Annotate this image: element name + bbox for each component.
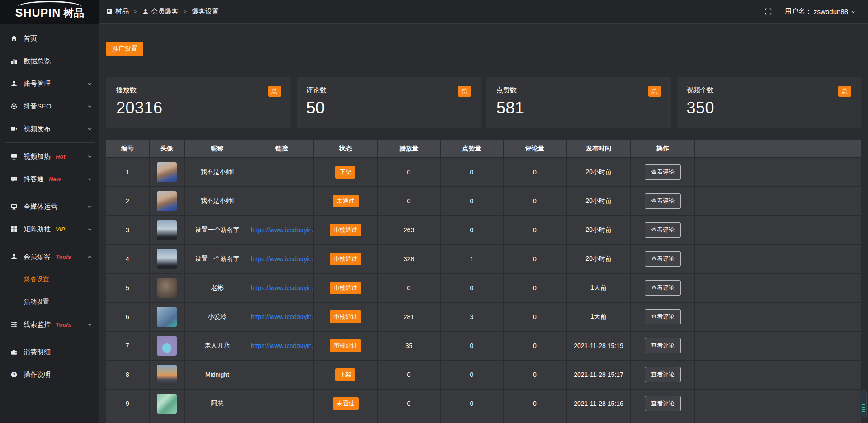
cell-avatar (149, 418, 184, 423)
promo-settings-button[interactable]: 推广设置 (106, 42, 143, 56)
cell-nickname: Midnight (184, 360, 250, 389)
view-comments-button[interactable]: 查看评论 (645, 251, 681, 267)
video-link[interactable]: https://www.iesdouyin.c (251, 313, 313, 320)
cell-nickname (184, 418, 250, 423)
sidebar-item-label: 全媒体运营 (24, 202, 57, 211)
view-comments-button[interactable]: 查看评论 (645, 309, 681, 324)
breadcrumb-separator: > (184, 8, 187, 15)
view-comments-button[interactable]: 查看评论 (645, 193, 681, 209)
chevron-down-icon (86, 103, 93, 110)
breadcrumb-item-shupin[interactable]: 树品 (106, 7, 129, 16)
view-comments-button[interactable]: 查看评论 (645, 367, 681, 382)
view-comments-button[interactable]: 查看评论 (645, 338, 681, 353)
total-badge: 总 (268, 86, 281, 97)
cell-likes: 0 (440, 216, 503, 244)
table-row: 8Midnight下架0002021-11-28 15:17查看评论 (106, 360, 861, 389)
bar-chart-icon (10, 57, 18, 65)
cell-nickname: 阿慧 (184, 389, 250, 418)
sidebar-item-matrix-boost[interactable]: 矩阵助推VIP (0, 218, 99, 240)
sidebar-item-operation-guide[interactable]: ?操作说明 (0, 363, 99, 386)
chevron-down-icon (86, 80, 93, 87)
status-badge[interactable]: 审核通过 (330, 224, 361, 236)
chat-icon (10, 175, 18, 183)
status-badge[interactable]: 审核通过 (330, 310, 361, 323)
view-comments-button[interactable]: 查看评论 (645, 164, 681, 180)
cell-filler (695, 158, 861, 187)
view-comments-button[interactable]: 查看评论 (645, 222, 681, 238)
cell-id: 1 (106, 158, 149, 187)
table-row: 3设置一个新名字https://www.iesdouyin.c审核通过26300… (106, 216, 861, 244)
cell-status: 未通过 (313, 187, 377, 216)
cell-likes: 0 (440, 273, 503, 302)
cell-nickname: 我不是小帅! (184, 187, 250, 216)
avatar (157, 394, 177, 414)
sidebar-item-video-heat[interactable]: 视频加热Hot (0, 145, 99, 168)
view-comments-button[interactable]: 查看评论 (645, 280, 681, 296)
sidebar-item-consume-detail[interactable]: 消费明细 (0, 341, 99, 363)
cell-filler (695, 302, 861, 331)
cell-time (566, 418, 631, 423)
sidebar-item-douyin-seo[interactable]: 抖音SEO (0, 95, 99, 118)
breadcrumb: 树品 > 会员爆客 > 爆客设置 (106, 7, 219, 16)
status-badge[interactable]: 审核通过 (330, 253, 361, 265)
cell-plays: 0 (377, 187, 440, 216)
sidebar-item-data-overview[interactable]: 数据总览 (0, 50, 99, 72)
stat-value: 350 (687, 99, 852, 118)
breadcrumb-label: 树品 (115, 7, 129, 16)
table-row: 1我不是小帅!下架00020小时前查看评论 (106, 158, 861, 187)
breadcrumb-item-member-baoke[interactable]: 会员爆客 (142, 7, 179, 16)
status-badge[interactable]: 下架 (335, 368, 355, 381)
cell-status: 审核通过 (313, 216, 377, 244)
stat-card-comments: 评论数 50 总 (297, 77, 481, 128)
sidebar-item-account-manage[interactable]: 账号管理 (0, 72, 99, 95)
sidebar-item-label: 抖客通 (24, 175, 44, 183)
table-body: 1我不是小帅!下架00020小时前查看评论2我不是小帅!未通过00020小时前查… (106, 158, 861, 423)
video-link[interactable]: https://www.iesdouyin.c (251, 226, 313, 234)
video-link[interactable]: https://www.iesdouyin.c (251, 342, 313, 349)
cell-action: 查看评论 (631, 302, 695, 331)
avatar (157, 307, 177, 327)
sidebar-item-member-baoke[interactable]: 会员爆客Tools (0, 245, 99, 268)
cell-link (250, 360, 313, 389)
cell-comments: 0 (503, 273, 566, 302)
column-header: 评论量 (503, 140, 566, 158)
cell-comments: 0 (503, 244, 566, 273)
cell-id: 6 (106, 302, 149, 331)
status-badge[interactable]: 未通过 (333, 195, 359, 207)
app-logo[interactable]: SHUPIN 树品 (0, 0, 99, 24)
column-header: 链接 (250, 140, 313, 158)
sidebar-item-clue-monitor[interactable]: 线索监控Tools (0, 313, 99, 336)
user-menu[interactable]: 用户名： zswodun88 (785, 7, 856, 16)
sidebar-item-video-publish[interactable]: 视频发布 (0, 118, 99, 140)
sidebar-item-media-operation[interactable]: 全媒体运营 (0, 195, 99, 218)
avatar (157, 220, 177, 240)
sidebar-item-label: 消费明细 (24, 348, 51, 357)
cell-time: 20小时前 (566, 216, 631, 244)
status-badge[interactable]: 下架 (335, 166, 355, 179)
fullscreen-icon[interactable] (764, 8, 772, 15)
sidebar-item-home[interactable]: 首页 (0, 27, 99, 50)
cell-status: 审核通过 (313, 244, 377, 273)
cell-likes: 0 (440, 187, 503, 216)
cell-nickname: 老彬 (184, 273, 250, 302)
cell-link (250, 418, 313, 423)
status-badge[interactable]: 未通过 (333, 397, 359, 410)
status-badge[interactable]: 审核通过 (330, 339, 361, 352)
cell-action: 查看评论 (631, 216, 695, 244)
cell-link: https://www.iesdouyin.c (250, 302, 313, 331)
video-link[interactable]: https://www.iesdouyin.c (251, 284, 313, 291)
floating-widget[interactable] (860, 390, 867, 418)
sidebar-subitem-activity-settings[interactable]: 活动设置 (0, 291, 99, 313)
view-comments-button[interactable]: 查看评论 (645, 396, 681, 411)
cell-comments: 0 (503, 360, 566, 389)
video-link[interactable]: https://www.iesdouyin.c (251, 255, 313, 263)
cell-plays: 0 (377, 389, 440, 418)
sidebar-divider (5, 193, 95, 193)
cell-id: 5 (106, 273, 149, 302)
cell-id: 3 (106, 216, 149, 244)
sidebar-subitem-baoke-settings[interactable]: 爆客设置 (0, 268, 99, 291)
status-badge[interactable]: 审核通过 (330, 282, 361, 294)
cell-filler (695, 418, 861, 423)
wallet-icon (10, 348, 18, 356)
sidebar-item-douketong[interactable]: 抖客通New (0, 168, 99, 190)
